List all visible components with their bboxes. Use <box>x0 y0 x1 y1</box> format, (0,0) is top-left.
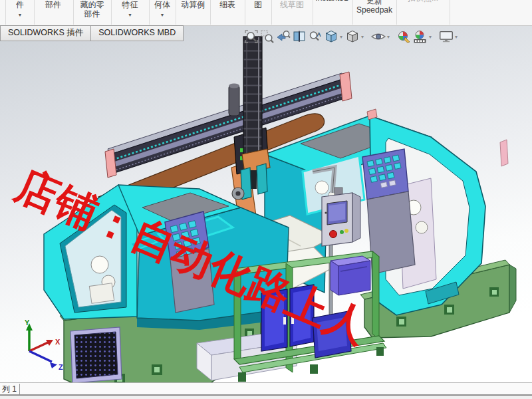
display-style-icon[interactable] <box>344 29 360 45</box>
cart-doors <box>261 285 314 351</box>
cmd-bill-of-materials[interactable]: 细表 <box>210 0 245 25</box>
heads-up-toolbar: A ▾ ▾ ▾ ▾ ▾ <box>243 29 460 45</box>
cmd-assembly-features[interactable]: 特征▼ <box>111 0 150 25</box>
triad-z-label: Z <box>59 363 63 371</box>
cmd-edit-component[interactable]: 部件 <box>33 0 74 25</box>
chevron-down-icon[interactable]: ▾ <box>340 34 342 40</box>
cmd-update-speedpak[interactable]: 更新 Speedpak <box>352 0 397 25</box>
ribbon-tab-strip: SOLIDWORKS 插件 SOLIDWORKS MBD <box>0 25 164 41</box>
command-manager: 件▼ 部件 藏的零 部件 特征▼ 何体▼ 动算例 细表 图 线草图 Instan… <box>0 0 532 26</box>
document-tab-bar: 列 1 <box>0 382 532 394</box>
chevron-down-icon[interactable]: ▾ <box>361 34 364 40</box>
tab-solidworks-addins[interactable]: SOLIDWORKS 插件 <box>0 25 91 41</box>
section-view-icon[interactable] <box>291 29 307 45</box>
chevron-down-icon[interactable]: ▼ <box>6 13 34 18</box>
svg-text:A: A <box>317 31 321 38</box>
cmd-exploded-view[interactable]: 图 <box>245 0 272 25</box>
chevron-down-icon[interactable]: ▼ <box>111 13 149 18</box>
status-bar <box>0 394 532 399</box>
previous-view-icon[interactable] <box>275 29 291 45</box>
cmd-insert-components[interactable]: 件▼ <box>5 0 35 25</box>
cmd-motion-study[interactable]: 动算例 <box>176 0 211 25</box>
motion-study-tab[interactable]: 列 1 <box>0 384 19 394</box>
dynamic-annotation-views-icon[interactable]: A <box>307 29 323 45</box>
cmd-explode-line-sketch: 线草图 <box>271 0 313 25</box>
cmd-reference-geometry[interactable]: 何体▼ <box>149 0 176 25</box>
solidworks-window: Y X Z 店铺：自动化路上人 件▼ 部件 藏的零 部件 特征▼ 何体▼ 动算例… <box>0 0 532 399</box>
orientation-triad: Y X Z <box>25 319 63 371</box>
view-settings-icon[interactable] <box>438 29 454 45</box>
zoom-to-fit-icon[interactable] <box>243 29 259 45</box>
chevron-down-icon[interactable]: ▾ <box>387 34 390 40</box>
chevron-down-icon[interactable]: ▾ <box>429 34 432 40</box>
zoom-to-area-icon[interactable] <box>259 29 275 45</box>
tab-solidworks-mbd[interactable]: SOLIDWORKS MBD <box>91 25 184 41</box>
view-orientation-icon[interactable] <box>323 29 339 45</box>
triad-y-label: Y <box>25 319 30 327</box>
apply-scene-icon[interactable] <box>412 29 428 45</box>
cmd-show-hidden-components[interactable]: 藏的零 部件 <box>73 0 112 25</box>
assembly-model: Y X Z <box>0 0 532 399</box>
tab-separator <box>19 384 20 394</box>
blue-bin <box>331 256 370 295</box>
edit-appearance-icon[interactable] <box>396 29 412 45</box>
hide-show-items-icon[interactable] <box>370 29 386 45</box>
triad-x-label: X <box>55 338 61 346</box>
cmd-take-snapshot: 拍快照... <box>396 0 450 25</box>
chevron-down-icon[interactable]: ▼ <box>149 13 176 18</box>
cmd-instant3d[interactable]: Instant3D <box>313 0 353 25</box>
chevron-down-icon[interactable]: ▾ <box>455 34 458 40</box>
